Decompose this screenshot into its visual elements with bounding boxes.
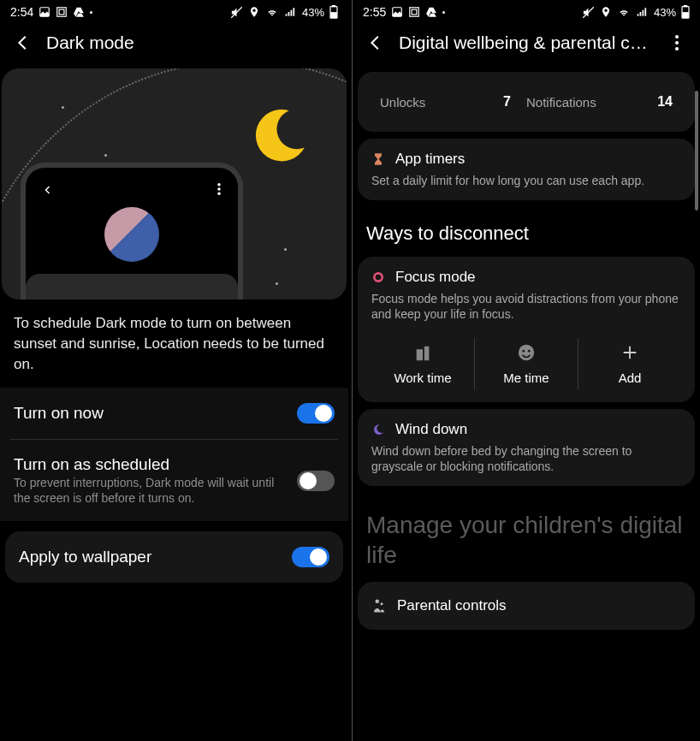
focus-title: Focus mode bbox=[395, 269, 476, 286]
status-time: 2:55 bbox=[363, 5, 386, 19]
row-title: Turn on as scheduled bbox=[14, 455, 288, 474]
status-bar: 2:55 43% bbox=[353, 0, 700, 21]
svg-rect-16 bbox=[683, 13, 688, 18]
screenshot-icon bbox=[408, 6, 420, 18]
signal-icon bbox=[284, 6, 297, 18]
mute-icon bbox=[582, 6, 595, 19]
focus-desc: Focus mode helps you avoid distractions … bbox=[371, 291, 681, 322]
signal-icon bbox=[636, 6, 649, 18]
svg-point-9 bbox=[217, 193, 221, 196]
svg-rect-12 bbox=[412, 9, 417, 15]
parental-controls-card[interactable]: Parental controls bbox=[358, 582, 695, 630]
battery-icon bbox=[329, 5, 338, 19]
notifications-label: Notifications bbox=[526, 95, 596, 110]
apply-wallpaper-row[interactable]: Apply to wallpaper bbox=[5, 531, 343, 583]
turn-on-now-row[interactable]: Turn on now bbox=[0, 388, 348, 439]
notifications-value: 14 bbox=[657, 94, 673, 110]
status-bar: 2:54 43% bbox=[0, 0, 348, 21]
row-title: Apply to wallpaper bbox=[19, 548, 283, 566]
wallpaper-toggle[interactable] bbox=[292, 547, 329, 567]
moon-icon bbox=[249, 104, 311, 169]
battery-icon bbox=[681, 5, 690, 19]
app-timers-desc: Set a daily limit for how long you can u… bbox=[371, 173, 681, 188]
dark-mode-illustration bbox=[2, 68, 347, 299]
wifi-icon bbox=[617, 6, 631, 18]
focus-mode-card[interactable]: Focus mode Focus mode helps you avoid di… bbox=[358, 257, 695, 401]
toolbar: Dark mode bbox=[0, 21, 348, 68]
mini-back-icon bbox=[43, 183, 53, 199]
dark-mode-screen: 2:54 43% Dark mode bbox=[0, 0, 348, 741]
image-icon bbox=[39, 6, 50, 18]
parental-title: Parental controls bbox=[397, 597, 507, 614]
drive-icon bbox=[73, 6, 85, 18]
wifi-icon bbox=[265, 6, 279, 18]
location-icon bbox=[248, 6, 260, 18]
tile-label: Work time bbox=[394, 370, 451, 385]
add-mode-tile[interactable]: Add bbox=[578, 338, 681, 390]
svg-point-22 bbox=[381, 602, 383, 605]
drive-icon bbox=[425, 6, 437, 18]
digital-wellbeing-screen: 2:55 43% Digital wellbeing & parental co… bbox=[352, 0, 700, 741]
stats-card[interactable]: Unlocks 7 Notifications 14 bbox=[358, 72, 695, 132]
wind-down-card[interactable]: Wind down Wind down before bed by changi… bbox=[358, 409, 695, 486]
turn-on-now-toggle[interactable] bbox=[297, 403, 335, 424]
tile-label: Me time bbox=[503, 370, 549, 385]
wind-down-title: Wind down bbox=[395, 421, 467, 438]
screenshot-icon bbox=[56, 6, 68, 18]
app-timers-title: App timers bbox=[395, 151, 465, 168]
mute-icon bbox=[230, 6, 243, 19]
unlocks-value: 7 bbox=[503, 94, 511, 110]
svg-point-20 bbox=[528, 349, 531, 352]
svg-point-17 bbox=[374, 274, 382, 282]
building-icon bbox=[413, 343, 432, 362]
svg-point-19 bbox=[522, 349, 525, 352]
ways-to-disconnect-header: Ways to disconnect bbox=[353, 207, 700, 253]
hourglass-icon bbox=[371, 151, 385, 167]
family-icon bbox=[371, 598, 387, 614]
scrollbar[interactable] bbox=[695, 91, 698, 210]
dot-icon bbox=[90, 11, 92, 14]
svg-point-18 bbox=[519, 344, 534, 359]
svg-rect-11 bbox=[410, 8, 419, 17]
svg-rect-1 bbox=[57, 8, 67, 17]
phone-preview bbox=[21, 163, 243, 299]
svg-rect-2 bbox=[59, 9, 64, 15]
image-icon bbox=[391, 6, 403, 18]
schedule-helper-text: To schedule Dark mode to turn on between… bbox=[0, 299, 348, 388]
svg-point-21 bbox=[376, 599, 380, 603]
svg-rect-5 bbox=[332, 5, 335, 7]
mini-overflow-icon bbox=[217, 183, 221, 199]
page-title: Dark mode bbox=[46, 33, 335, 53]
unlocks-label: Unlocks bbox=[380, 95, 425, 110]
avatar-preview bbox=[104, 207, 159, 262]
scheduled-toggle[interactable] bbox=[297, 471, 335, 491]
svg-point-7 bbox=[217, 183, 221, 187]
battery-percent: 43% bbox=[302, 6, 324, 19]
page-title: Digital wellbeing & parental con… bbox=[399, 33, 654, 53]
me-time-tile[interactable]: Me time bbox=[474, 338, 578, 390]
wind-down-desc: Wind down before bed by changing the scr… bbox=[371, 443, 681, 474]
back-icon[interactable] bbox=[366, 33, 385, 52]
svg-rect-15 bbox=[684, 5, 686, 7]
smile-icon bbox=[517, 343, 536, 362]
row-title: Turn on now bbox=[14, 404, 288, 423]
row-subtitle: To prevent interruptions, Dark mode will… bbox=[14, 476, 288, 506]
location-icon bbox=[600, 6, 612, 18]
turn-on-scheduled-row[interactable]: Turn on as scheduled To prevent interrup… bbox=[0, 440, 348, 521]
back-icon[interactable] bbox=[14, 33, 33, 52]
svg-point-8 bbox=[217, 187, 221, 191]
moon-small-icon bbox=[371, 423, 385, 436]
svg-rect-6 bbox=[331, 13, 336, 18]
plus-icon bbox=[620, 343, 639, 362]
work-time-tile[interactable]: Work time bbox=[371, 338, 474, 390]
manage-children-header: Manage your children's digital life bbox=[353, 493, 700, 578]
focus-circle-icon bbox=[371, 270, 385, 284]
status-time: 2:54 bbox=[10, 5, 33, 19]
tile-label: Add bbox=[619, 370, 642, 385]
overflow-menu-icon[interactable] bbox=[667, 35, 686, 50]
dot-icon bbox=[442, 11, 445, 14]
battery-percent: 43% bbox=[654, 6, 676, 19]
app-timers-card[interactable]: App timers Set a daily limit for how lon… bbox=[358, 139, 695, 200]
toolbar: Digital wellbeing & parental con… bbox=[353, 21, 700, 68]
